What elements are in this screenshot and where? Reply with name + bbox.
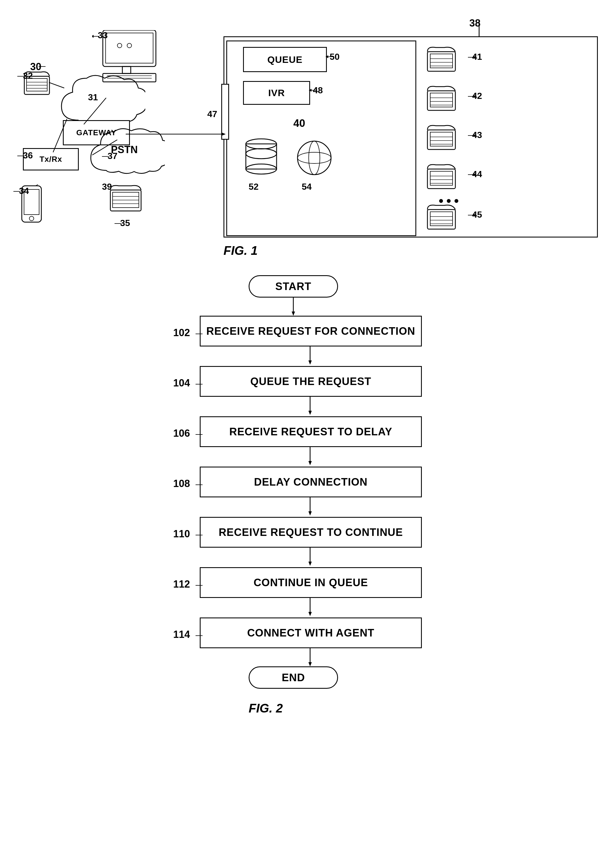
arrow-36 bbox=[17, 153, 26, 159]
end-box: END bbox=[248, 666, 338, 689]
svg-rect-34 bbox=[427, 169, 456, 188]
svg-line-83 bbox=[53, 119, 67, 152]
label-114: 114 bbox=[173, 629, 190, 641]
svg-marker-40 bbox=[473, 173, 476, 176]
svg-point-11 bbox=[297, 152, 331, 163]
arrow-41 bbox=[468, 55, 476, 60]
svg-line-84 bbox=[92, 140, 117, 155]
svg-marker-33 bbox=[473, 134, 476, 137]
label-110: 110 bbox=[173, 528, 190, 540]
step-104-label: QUEUE THE REQUEST bbox=[250, 375, 371, 388]
arrow-42 bbox=[468, 94, 476, 99]
fig1-caption: FIG. 1 bbox=[223, 243, 258, 258]
arrow-32 bbox=[17, 74, 26, 79]
svg-marker-57 bbox=[92, 35, 94, 38]
svg-marker-47 bbox=[473, 214, 476, 217]
phone-44 bbox=[424, 161, 469, 194]
svg-marker-81 bbox=[222, 133, 226, 135]
svg-rect-48 bbox=[103, 30, 156, 66]
step-112-box: CONTINUE IN QUEUE bbox=[200, 567, 422, 598]
queue-label: QUEUE bbox=[267, 54, 303, 65]
svg-marker-92 bbox=[308, 411, 312, 415]
arrow-33 bbox=[92, 33, 101, 39]
label-108: 108 bbox=[173, 478, 190, 490]
svg-point-70 bbox=[29, 216, 34, 221]
svg-rect-13 bbox=[427, 52, 456, 71]
queue-box: QUEUE bbox=[243, 47, 327, 72]
svg-marker-19 bbox=[473, 56, 476, 59]
arrow-102 bbox=[196, 331, 204, 337]
svg-marker-3 bbox=[325, 55, 328, 58]
svg-marker-26 bbox=[473, 95, 476, 98]
step-102-label: RECEIVE REQUEST FOR CONNECTION bbox=[206, 325, 415, 337]
arrow-106-108 bbox=[307, 447, 313, 466]
arrow-112-114 bbox=[307, 598, 313, 617]
phone-42 bbox=[424, 82, 469, 116]
svg-marker-107 bbox=[308, 662, 312, 666]
arrow-start-102 bbox=[291, 298, 296, 317]
svg-marker-98 bbox=[308, 511, 312, 515]
step-112-label: CONTINUE IN QUEUE bbox=[254, 577, 368, 589]
label-54: 54 bbox=[302, 182, 312, 192]
label-40: 40 bbox=[293, 117, 305, 129]
arrow-114-end bbox=[307, 648, 313, 668]
step-108-label: DELAY CONNECTION bbox=[254, 476, 368, 488]
arrow-45 bbox=[468, 212, 476, 218]
svg-point-12 bbox=[309, 141, 320, 174]
svg-marker-95 bbox=[308, 461, 312, 465]
label-52: 52 bbox=[248, 182, 259, 192]
arrow-114 bbox=[196, 633, 204, 638]
ivr-label: IVR bbox=[268, 88, 285, 98]
label-47: 47 bbox=[207, 109, 217, 119]
label-104: 104 bbox=[173, 377, 190, 389]
phone-45 bbox=[424, 201, 469, 235]
phone-41 bbox=[424, 43, 469, 77]
ivr-box: IVR bbox=[243, 81, 310, 105]
arrow-104 bbox=[196, 382, 204, 387]
svg-rect-41 bbox=[427, 210, 456, 229]
arrow-104-106 bbox=[307, 397, 313, 416]
svg-rect-20 bbox=[427, 91, 456, 110]
step-106-label: RECEIVE REQUEST TO DELAY bbox=[229, 426, 393, 438]
end-label: END bbox=[281, 672, 305, 684]
arrow-112 bbox=[196, 583, 204, 588]
label-112: 112 bbox=[173, 578, 190, 590]
arrow-35 bbox=[115, 221, 123, 226]
svg-marker-89 bbox=[308, 360, 312, 364]
sphere-icon-54 bbox=[296, 140, 332, 176]
svg-line-79 bbox=[84, 98, 106, 124]
phone-43 bbox=[424, 121, 469, 155]
line-gateway-port bbox=[126, 127, 226, 141]
start-box: START bbox=[248, 275, 338, 298]
line-txrx-cloud bbox=[39, 119, 67, 155]
txrx-label: Tx/Rx bbox=[39, 155, 62, 164]
svg-line-82 bbox=[49, 82, 64, 88]
arrow-43 bbox=[468, 133, 476, 138]
arrow-106 bbox=[196, 432, 204, 437]
arrow-108 bbox=[196, 482, 204, 488]
arrow-30 bbox=[39, 64, 47, 69]
line-cloud-gateway bbox=[61, 98, 117, 126]
step-110-box: RECEIVE REQUEST TO CONTINUE bbox=[200, 517, 422, 548]
arrow-34 bbox=[13, 188, 22, 194]
svg-point-51 bbox=[127, 43, 132, 48]
arrow-110-112 bbox=[307, 548, 313, 567]
step-102-box: RECEIVE REQUEST FOR CONNECTION bbox=[200, 316, 422, 347]
step-110-label: RECEIVE REQUEST TO CONTINUE bbox=[219, 526, 403, 539]
svg-rect-27 bbox=[427, 130, 456, 149]
svg-point-10 bbox=[297, 141, 331, 174]
svg-point-9 bbox=[246, 149, 277, 159]
line-phone32-cloud bbox=[49, 80, 66, 91]
fig2-caption: FIG. 2 bbox=[248, 701, 283, 715]
step-114-label: CONNECT WITH AGENT bbox=[247, 627, 375, 639]
arrow-108-110 bbox=[307, 497, 313, 517]
phone-35 bbox=[109, 183, 151, 217]
arrow-48 bbox=[309, 88, 320, 93]
step-106-box: RECEIVE REQUEST TO DELAY bbox=[200, 416, 422, 447]
svg-marker-104 bbox=[308, 612, 312, 616]
step-108-box: DELAY CONNECTION bbox=[200, 466, 422, 497]
svg-marker-101 bbox=[308, 562, 312, 566]
svg-point-50 bbox=[117, 43, 122, 48]
db-icon-52 bbox=[243, 137, 280, 179]
arrow-102-104 bbox=[307, 347, 313, 366]
